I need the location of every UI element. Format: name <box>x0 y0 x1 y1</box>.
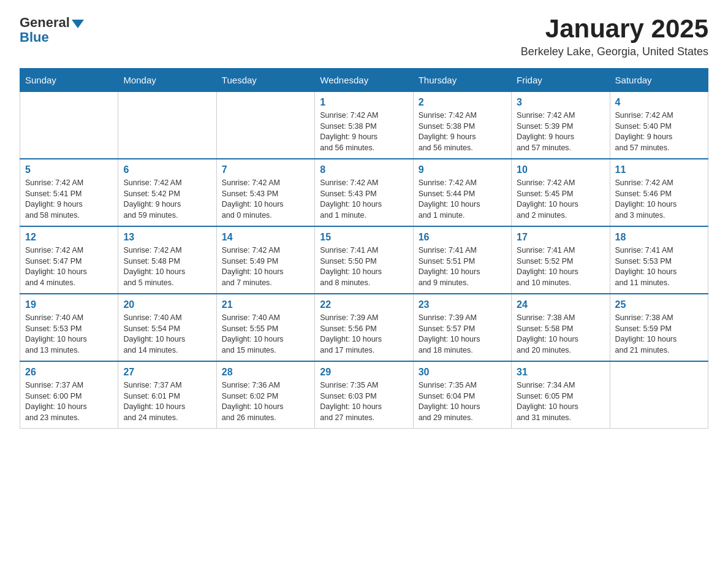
day-info: Sunrise: 7:36 AMSunset: 6:02 PMDaylight:… <box>222 380 309 423</box>
day-number: 18 <box>615 232 703 243</box>
day-info: Sunrise: 7:41 AMSunset: 5:53 PMDaylight:… <box>615 245 703 288</box>
logo-arrow-icon <box>72 20 84 28</box>
calendar-cell: 21Sunrise: 7:40 AMSunset: 5:55 PMDayligh… <box>216 294 314 361</box>
day-info: Sunrise: 7:40 AMSunset: 5:53 PMDaylight:… <box>25 313 113 356</box>
day-number: 9 <box>419 164 506 175</box>
day-info: Sunrise: 7:42 AMSunset: 5:47 PMDaylight:… <box>25 245 113 288</box>
calendar-cell: 4Sunrise: 7:42 AMSunset: 5:40 PMDaylight… <box>610 92 708 159</box>
calendar-cell: 1Sunrise: 7:42 AMSunset: 5:38 PMDaylight… <box>315 92 413 159</box>
weekday-header-monday: Monday <box>118 69 216 92</box>
day-info: Sunrise: 7:42 AMSunset: 5:41 PMDaylight:… <box>25 178 113 221</box>
day-number: 5 <box>25 164 113 175</box>
day-number: 23 <box>419 299 506 310</box>
day-number: 8 <box>320 164 408 175</box>
day-info: Sunrise: 7:42 AMSunset: 5:45 PMDaylight:… <box>517 178 604 221</box>
day-number: 25 <box>615 299 703 310</box>
weekday-header-sunday: Sunday <box>20 69 118 92</box>
calendar-cell: 29Sunrise: 7:35 AMSunset: 6:03 PMDayligh… <box>315 361 413 429</box>
day-info: Sunrise: 7:39 AMSunset: 5:56 PMDaylight:… <box>320 313 408 356</box>
day-number: 11 <box>615 164 703 175</box>
day-info: Sunrise: 7:42 AMSunset: 5:43 PMDaylight:… <box>222 178 309 221</box>
day-info: Sunrise: 7:40 AMSunset: 5:54 PMDaylight:… <box>123 313 211 356</box>
calendar-cell: 18Sunrise: 7:41 AMSunset: 5:53 PMDayligh… <box>610 226 708 294</box>
day-number: 31 <box>517 367 604 378</box>
logo-blue-text: Blue <box>20 29 49 45</box>
calendar-cell: 30Sunrise: 7:35 AMSunset: 6:04 PMDayligh… <box>413 361 511 429</box>
day-info: Sunrise: 7:38 AMSunset: 5:59 PMDaylight:… <box>615 313 703 356</box>
calendar-week-3: 12Sunrise: 7:42 AMSunset: 5:47 PMDayligh… <box>20 226 708 294</box>
page-subtitle: Berkeley Lake, Georgia, United States <box>521 45 708 58</box>
calendar-cell: 16Sunrise: 7:41 AMSunset: 5:51 PMDayligh… <box>413 226 511 294</box>
calendar-cell: 8Sunrise: 7:42 AMSunset: 5:43 PMDaylight… <box>315 159 413 226</box>
day-info: Sunrise: 7:35 AMSunset: 6:03 PMDaylight:… <box>320 380 408 423</box>
calendar-week-5: 26Sunrise: 7:37 AMSunset: 6:00 PMDayligh… <box>20 361 708 429</box>
calendar-cell: 20Sunrise: 7:40 AMSunset: 5:54 PMDayligh… <box>118 294 216 361</box>
day-number: 12 <box>25 232 113 243</box>
page-title: January 2025 <box>521 15 708 43</box>
calendar-cell <box>610 361 708 429</box>
day-number: 1 <box>320 97 408 108</box>
calendar-cell: 5Sunrise: 7:42 AMSunset: 5:41 PMDaylight… <box>20 159 118 226</box>
calendar-cell: 26Sunrise: 7:37 AMSunset: 6:00 PMDayligh… <box>20 361 118 429</box>
calendar-cell <box>118 92 216 159</box>
calendar-cell: 6Sunrise: 7:42 AMSunset: 5:42 PMDaylight… <box>118 159 216 226</box>
weekday-header-friday: Friday <box>512 69 610 92</box>
day-number: 20 <box>123 299 211 310</box>
day-info: Sunrise: 7:37 AMSunset: 6:00 PMDaylight:… <box>25 380 113 423</box>
day-info: Sunrise: 7:37 AMSunset: 6:01 PMDaylight:… <box>123 380 211 423</box>
calendar-cell: 15Sunrise: 7:41 AMSunset: 5:50 PMDayligh… <box>315 226 413 294</box>
calendar-cell: 23Sunrise: 7:39 AMSunset: 5:57 PMDayligh… <box>413 294 511 361</box>
calendar-week-4: 19Sunrise: 7:40 AMSunset: 5:53 PMDayligh… <box>20 294 708 361</box>
calendar-cell: 9Sunrise: 7:42 AMSunset: 5:44 PMDaylight… <box>413 159 511 226</box>
calendar-cell: 11Sunrise: 7:42 AMSunset: 5:46 PMDayligh… <box>610 159 708 226</box>
day-info: Sunrise: 7:42 AMSunset: 5:42 PMDaylight:… <box>123 178 211 221</box>
weekday-header-saturday: Saturday <box>610 69 708 92</box>
calendar-cell: 28Sunrise: 7:36 AMSunset: 6:02 PMDayligh… <box>216 361 314 429</box>
day-info: Sunrise: 7:35 AMSunset: 6:04 PMDaylight:… <box>419 380 506 423</box>
calendar-cell: 17Sunrise: 7:41 AMSunset: 5:52 PMDayligh… <box>512 226 610 294</box>
day-info: Sunrise: 7:42 AMSunset: 5:39 PMDaylight:… <box>517 110 604 153</box>
day-info: Sunrise: 7:42 AMSunset: 5:44 PMDaylight:… <box>419 178 506 221</box>
day-info: Sunrise: 7:42 AMSunset: 5:38 PMDaylight:… <box>419 110 506 153</box>
calendar-cell: 22Sunrise: 7:39 AMSunset: 5:56 PMDayligh… <box>315 294 413 361</box>
day-info: Sunrise: 7:39 AMSunset: 5:57 PMDaylight:… <box>419 313 506 356</box>
day-number: 4 <box>615 97 703 108</box>
day-number: 22 <box>320 299 408 310</box>
day-number: 28 <box>222 367 309 378</box>
day-number: 13 <box>123 232 211 243</box>
weekday-header-thursday: Thursday <box>413 69 511 92</box>
calendar-cell: 25Sunrise: 7:38 AMSunset: 5:59 PMDayligh… <box>610 294 708 361</box>
day-number: 16 <box>419 232 506 243</box>
calendar-cell <box>216 92 314 159</box>
calendar-table: SundayMondayTuesdayWednesdayThursdayFrid… <box>20 68 708 429</box>
day-number: 17 <box>517 232 604 243</box>
day-number: 21 <box>222 299 309 310</box>
day-info: Sunrise: 7:42 AMSunset: 5:38 PMDaylight:… <box>320 110 408 153</box>
day-info: Sunrise: 7:41 AMSunset: 5:52 PMDaylight:… <box>517 245 604 288</box>
day-number: 24 <box>517 299 604 310</box>
day-info: Sunrise: 7:42 AMSunset: 5:40 PMDaylight:… <box>615 110 703 153</box>
day-number: 7 <box>222 164 309 175</box>
logo: General Blue <box>20 15 84 45</box>
calendar-cell: 7Sunrise: 7:42 AMSunset: 5:43 PMDaylight… <box>216 159 314 226</box>
calendar-week-1: 1Sunrise: 7:42 AMSunset: 5:38 PMDaylight… <box>20 92 708 159</box>
calendar-cell: 13Sunrise: 7:42 AMSunset: 5:48 PMDayligh… <box>118 226 216 294</box>
weekday-header-tuesday: Tuesday <box>216 69 314 92</box>
day-number: 2 <box>419 97 506 108</box>
day-number: 10 <box>517 164 604 175</box>
day-info: Sunrise: 7:41 AMSunset: 5:50 PMDaylight:… <box>320 245 408 288</box>
calendar-cell: 14Sunrise: 7:42 AMSunset: 5:49 PMDayligh… <box>216 226 314 294</box>
weekday-header-wednesday: Wednesday <box>315 69 413 92</box>
day-info: Sunrise: 7:41 AMSunset: 5:51 PMDaylight:… <box>419 245 506 288</box>
calendar-cell: 24Sunrise: 7:38 AMSunset: 5:58 PMDayligh… <box>512 294 610 361</box>
day-number: 30 <box>419 367 506 378</box>
day-number: 26 <box>25 367 113 378</box>
weekday-header-row: SundayMondayTuesdayWednesdayThursdayFrid… <box>20 69 708 92</box>
day-number: 6 <box>123 164 211 175</box>
calendar-cell: 12Sunrise: 7:42 AMSunset: 5:47 PMDayligh… <box>20 226 118 294</box>
logo-general-text: General <box>20 15 70 31</box>
calendar-cell: 31Sunrise: 7:34 AMSunset: 6:05 PMDayligh… <box>512 361 610 429</box>
calendar-cell: 19Sunrise: 7:40 AMSunset: 5:53 PMDayligh… <box>20 294 118 361</box>
day-number: 3 <box>517 97 604 108</box>
day-number: 14 <box>222 232 309 243</box>
